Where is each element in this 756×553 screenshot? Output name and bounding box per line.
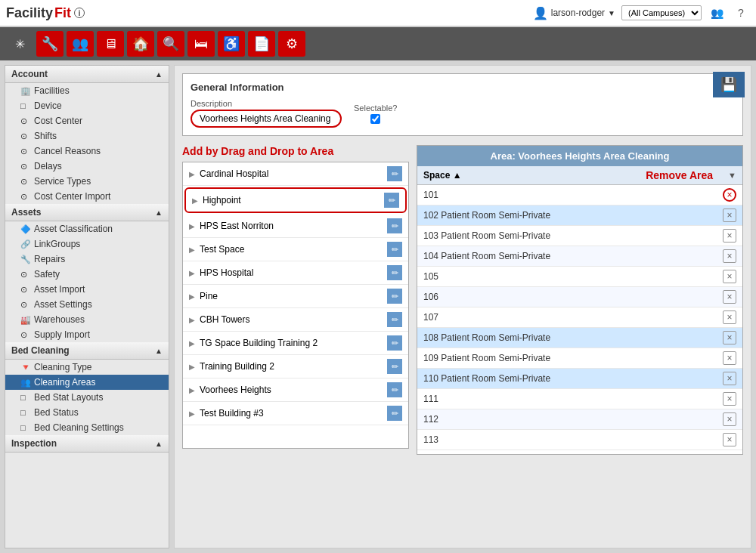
drag-edit-btn-9[interactable]: ✏	[387, 382, 402, 397]
remove-btn-3[interactable]: ×	[723, 249, 736, 263]
section-arrow-inspection: ▲	[155, 440, 163, 448]
sidebar-item-cost-center-label: Cost Center	[34, 116, 82, 126]
remove-btn-5[interactable]: ×	[723, 290, 736, 304]
toolbar-bed[interactable]: 🛏	[187, 31, 215, 57]
group-icon-btn[interactable]: 👥	[708, 4, 726, 22]
toolbar-people[interactable]: 👥	[67, 31, 94, 57]
drag-item-3[interactable]: ▶ Test Space ✏	[183, 238, 408, 261]
drag-edit-btn-5[interactable]: ✏	[387, 289, 402, 304]
remove-area-label: Remove Area	[646, 169, 713, 181]
sidebar-item-bed-cleaning-settings[interactable]: □Bed Cleaning Settings	[5, 420, 169, 435]
sidebar-section-account[interactable]: Account ▲	[5, 66, 169, 83]
sidebar-item-cleaning-type[interactable]: 🔻Cleaning Type	[5, 360, 169, 375]
sidebar-item-service-types[interactable]: ⊙Service Types	[5, 174, 169, 189]
sidebar-section-assets[interactable]: Assets ▲	[5, 204, 169, 221]
sidebar-item-bed-stat-layouts[interactable]: □Bed Stat Layouts	[5, 390, 169, 405]
drag-item-7[interactable]: ▶ TG Space Building Training 2 ✏	[183, 332, 408, 355]
sidebar-item-bed-status[interactable]: □Bed Status	[5, 405, 169, 420]
description-input[interactable]	[191, 110, 342, 128]
drag-edit-btn-7[interactable]: ✏	[387, 335, 402, 351]
help-icon-btn[interactable]: ?	[732, 4, 750, 22]
drag-item-1[interactable]: ▶ Highpoint ✏	[184, 187, 407, 213]
sidebar-item-bed-cleaning-settings-label: Bed Cleaning Settings	[34, 422, 124, 433]
sidebar-item-shifts[interactable]: ⊙Shifts	[5, 128, 169, 144]
drag-item-label-2: HPS East Norriton	[200, 221, 274, 231]
toolbar-wheelchair[interactable]: ♿	[218, 31, 245, 57]
filter-icon[interactable]: ▼	[728, 171, 736, 180]
remove-btn-6[interactable]: ×	[723, 310, 736, 324]
sidebar-item-asset-settings[interactable]: ⊙Asset Settings	[5, 297, 169, 312]
toolbar-gear[interactable]: ⚙	[278, 31, 305, 57]
cost-center-icon: ⊙	[20, 116, 31, 126]
drag-edit-btn-0[interactable]: ✏	[387, 166, 402, 181]
drag-item-10[interactable]: ▶ Test Building #3 ✏	[183, 402, 408, 425]
remove-btn-11[interactable]: ×	[723, 412, 736, 426]
toolbar-wrench[interactable]: 🔧	[36, 31, 64, 57]
toolbar-monitor[interactable]: 🖥	[97, 31, 124, 57]
selectable-checkbox[interactable]	[370, 114, 380, 124]
toolbar-document[interactable]: 📄	[248, 31, 275, 57]
sidebar-item-cancel-reasons[interactable]: ⊙Cancel Reasons	[5, 144, 169, 159]
drag-edit-btn-6[interactable]: ✏	[387, 312, 402, 327]
toolbar-asterisk[interactable]: ✳	[6, 31, 33, 57]
cleaning-type-icon: 🔻	[20, 363, 31, 372]
sidebar-section-bed-cleaning[interactable]: Bed Cleaning ▲	[5, 342, 169, 360]
remove-btn-12[interactable]: ×	[723, 433, 736, 446]
sidebar-section-inspection-label: Inspection	[11, 438, 57, 449]
drag-edit-btn-8[interactable]: ✏	[387, 359, 402, 374]
drag-item-5[interactable]: ▶ Pine ✏	[183, 285, 408, 308]
area-row-8: 109 Patient Room Semi-Private ×	[417, 348, 742, 369]
sidebar-item-cleaning-areas[interactable]: 👥Cleaning Areas	[5, 375, 169, 390]
selectable-label: Selectable?	[354, 103, 398, 113]
user-display: 👤 larson-rodger ▼	[533, 6, 615, 20]
drag-item-2[interactable]: ▶ HPS East Norriton ✏	[183, 215, 408, 238]
campus-select[interactable]: (All Campuses)	[621, 5, 702, 20]
sidebar-item-asset-import[interactable]: ⊙Asset Import	[5, 282, 169, 297]
sidebar-item-linkgroups[interactable]: 🔗LinkGroups	[5, 236, 169, 252]
drag-arrow-3: ▶	[189, 246, 195, 254]
remove-btn-9[interactable]: ×	[723, 372, 736, 385]
area-row-3: 104 Patient Room Semi-Private ×	[417, 246, 742, 267]
drag-arrow-8: ▶	[189, 363, 195, 371]
remove-btn-4[interactable]: ×	[723, 270, 736, 283]
remove-btn-7[interactable]: ×	[723, 331, 736, 344]
sidebar-item-safety[interactable]: ⊙Safety	[5, 267, 169, 282]
sidebar-item-cost-center[interactable]: ⊙Cost Center	[5, 113, 169, 128]
drag-item-9[interactable]: ▶ Voorhees Heights ✏	[183, 378, 408, 402]
drag-edit-btn-4[interactable]: ✏	[387, 265, 402, 280]
sidebar-item-facilities[interactable]: 🏢Facilities	[5, 83, 169, 98]
drag-item-0[interactable]: ▶ Cardinal Hospital ✏	[183, 162, 408, 186]
save-button[interactable]: 💾	[713, 72, 745, 97]
info-icon[interactable]: i	[74, 8, 85, 18]
sidebar-item-cost-center-import[interactable]: ⊙Cost Center Import	[5, 189, 169, 204]
remove-btn-1[interactable]: ×	[723, 209, 736, 222]
sidebar-item-delays[interactable]: ⊙Delays	[5, 159, 169, 174]
drag-edit-btn-2[interactable]: ✏	[387, 218, 402, 233]
sidebar-item-supply-import[interactable]: ⊙Supply Import	[5, 327, 169, 342]
toolbar-home[interactable]: 🏠	[127, 31, 154, 57]
sidebar-item-delays-label: Delays	[34, 161, 62, 171]
sidebar-item-linkgroups-label: LinkGroups	[34, 239, 80, 249]
remove-btn-2[interactable]: ×	[723, 229, 736, 243]
drag-edit-btn-1[interactable]: ✏	[384, 193, 399, 208]
remove-btn-10[interactable]: ×	[723, 392, 736, 406]
toolbar-search[interactable]: 🔍	[157, 31, 184, 57]
sidebar-section-bed-cleaning-label: Bed Cleaning	[11, 345, 70, 356]
sidebar-item-asset-classification[interactable]: 🔷Asset Classification	[5, 221, 169, 236]
sidebar-section-inspection[interactable]: Inspection ▲	[5, 435, 169, 453]
drag-edit-btn-10[interactable]: ✏	[387, 406, 402, 421]
user-dropdown-icon[interactable]: ▼	[608, 9, 615, 17]
remove-btn-8[interactable]: ×	[723, 351, 736, 365]
sidebar-item-repairs[interactable]: 🔧Repairs	[5, 252, 169, 267]
sidebar-item-warehouses[interactable]: 🏭Warehouses	[5, 312, 169, 327]
drag-item-8[interactable]: ▶ Training Building 2 ✏	[183, 355, 408, 378]
sidebar-item-device[interactable]: □Device	[5, 98, 169, 113]
delays-icon: ⊙	[20, 162, 31, 171]
drag-item-6[interactable]: ▶ CBH Towers ✏	[183, 308, 408, 332]
selectable-wrap: Selectable?	[354, 103, 398, 124]
drag-item-4[interactable]: ▶ HPS Hospital ✏	[183, 261, 408, 285]
remove-btn-0[interactable]: ×	[723, 188, 736, 202]
toolbar: ✳ 🔧 👥 🖥 🏠 🔍 🛏 ♿ 📄 ⚙	[0, 27, 756, 60]
drag-edit-btn-3[interactable]: ✏	[387, 242, 402, 257]
facilities-icon: 🏢	[20, 86, 31, 96]
